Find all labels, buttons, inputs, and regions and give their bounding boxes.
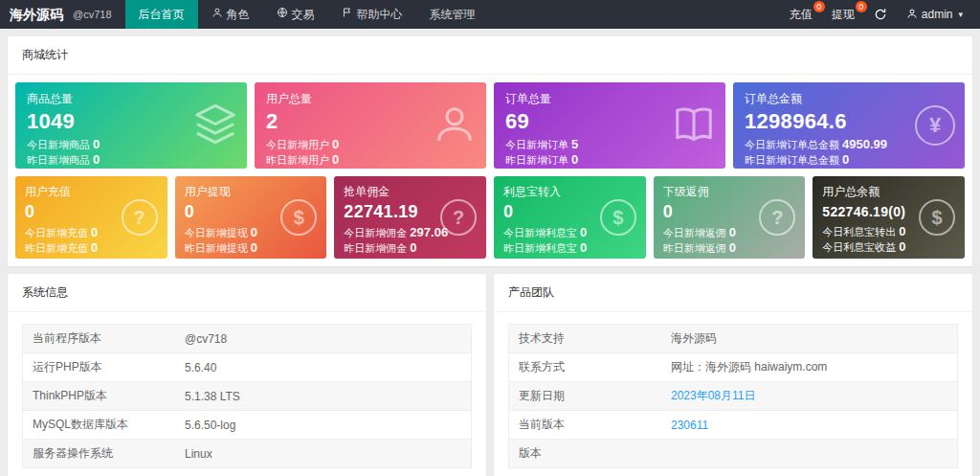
update-date-link[interactable]: 2023年08月11日 <box>661 382 958 411</box>
recharge-link[interactable]: 充值 0 <box>790 7 813 23</box>
flag-icon <box>342 0 353 29</box>
nav-item-home[interactable]: 后台首页 <box>125 0 198 29</box>
nav-item-roles[interactable]: 角色 <box>198 0 263 29</box>
admin-user-menu[interactable]: admin ▾ <box>906 8 963 22</box>
recharge-badge: 0 <box>813 1 825 12</box>
stat-card-rebate: 下级返佣 0 今日新增返佣0 昨日新增返佣0 ? <box>654 176 806 259</box>
table-row: 当前版本 230611 <box>509 411 958 440</box>
table-row: 版本 <box>509 440 958 468</box>
brand-logo: 海外源码 <box>0 0 73 29</box>
big-stat-cards-row: 商品总量 1049 今日新增商品0 昨日新增商品0 用户总量 2 今日新增用户0… <box>8 75 972 169</box>
current-version-link[interactable]: 230611 <box>661 411 958 440</box>
product-team-panel: 产品团队 技术支持 海外源码 联系方式 网址：海外源码 haiwaiym.com… <box>494 274 972 476</box>
stat-card-withdraw: 用户提现 0 今日新增提现0 昨日新增提现0 $ <box>175 176 327 259</box>
nav-item-trade[interactable]: 交易 <box>263 0 328 29</box>
stat-card-products: 商品总量 1049 今日新增商品0 昨日新增商品0 <box>15 82 247 169</box>
table-row: 服务器操作系统 Linux <box>23 440 472 468</box>
product-team-title: 产品团队 <box>494 274 972 312</box>
stat-card-commission: 抢单佣金 22741.19 今日新增佣金297.06 昨日新增佣金0 ? <box>334 176 486 259</box>
table-row: 技术支持 海外源码 <box>509 325 958 353</box>
withdraw-link[interactable]: 提现 0 <box>832 7 855 23</box>
system-info-title: 系统信息 <box>8 274 486 312</box>
stat-card-recharge: 用户充值 0 今日新增充值0 昨日新增充值0 ? <box>15 176 167 259</box>
navbar-right: 充值 0 提现 0 admin ▾ <box>790 0 980 29</box>
table-row: 联系方式 网址：海外源码 haiwaiym.com <box>509 353 958 382</box>
table-row: 当前程序版本 @cv718 <box>23 325 472 353</box>
table-row: 运行PHP版本 5.6.40 <box>23 353 472 382</box>
brand-user-tag: @cv718 <box>73 0 112 29</box>
nav-item-system-admin[interactable]: 系统管理 <box>416 0 489 29</box>
refresh-icon[interactable] <box>874 8 887 21</box>
stat-card-order-amount: 订单总金额 1298964.6 今日新增订单总金额4950.99 昨日新增订单总… <box>733 82 965 169</box>
mall-stats-panel: 商城统计 商品总量 1049 今日新增商品0 昨日新增商品0 用户总量 2 今日… <box>8 36 972 266</box>
person-icon <box>906 8 918 22</box>
withdraw-badge: 0 <box>856 1 867 12</box>
nav-item-help-center[interactable]: 帮助中心 <box>328 0 416 29</box>
mall-stats-title: 商城统计 <box>8 36 972 75</box>
table-row: ThinkPHP版本 5.1.38 LTS <box>23 382 472 411</box>
stat-card-orders: 订单总量 69 今日新增订单5 昨日新增订单0 <box>494 82 725 169</box>
system-info-panel: 系统信息 当前程序版本 @cv718 运行PHP版本 5.6.40 ThinkP… <box>8 274 486 476</box>
small-stat-cards-row: 用户充值 0 今日新增充值0 昨日新增充值0 ? 用户提现 0 今日新增提现0 … <box>8 169 972 266</box>
table-row: 更新日期 2023年08月11日 <box>509 382 958 411</box>
bottom-panels: 系统信息 当前程序版本 @cv718 运行PHP版本 5.6.40 ThinkP… <box>8 274 972 476</box>
product-team-table: 技术支持 海外源码 联系方式 网址：海外源码 haiwaiym.com 更新日期… <box>508 324 958 468</box>
table-row: MySQL数据库版本 5.6.50-log <box>23 411 472 440</box>
main-nav: 后台首页 角色 交易 帮助中心 系统管理 <box>125 0 489 29</box>
stat-card-total-balance: 用户总余额 522746.19(0) 今日利息宝转出0 今日利息宝收益0 $ <box>813 176 965 259</box>
system-info-table: 当前程序版本 @cv718 运行PHP版本 5.6.40 ThinkPHP版本 … <box>22 324 472 468</box>
user-icon <box>212 0 223 29</box>
stat-card-interest-in: 利息宝转入 0 今日新增利息宝0 昨日新增利息宝0 $ <box>494 176 646 259</box>
stat-card-users: 用户总量 2 今日新增用户0 昨日新增用户0 <box>255 82 486 169</box>
chevron-down-icon: ▾ <box>958 10 963 19</box>
globe-icon <box>277 0 288 29</box>
top-navbar: 海外源码 @cv718 后台首页 角色 交易 帮助中心 系统管理 <box>0 0 980 29</box>
